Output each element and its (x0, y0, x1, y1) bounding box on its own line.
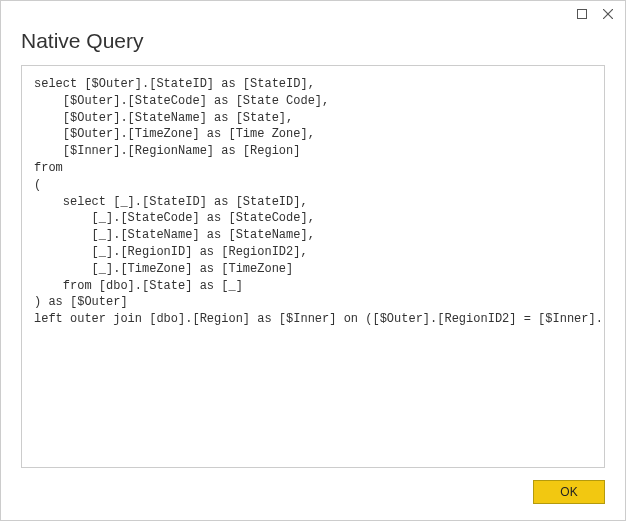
svg-rect-0 (578, 10, 587, 19)
maximize-button[interactable] (569, 4, 595, 24)
maximize-icon (577, 9, 587, 19)
button-row: OK (21, 480, 605, 504)
dialog-title: Native Query (21, 29, 605, 53)
close-button[interactable] (595, 4, 621, 24)
ok-button[interactable]: OK (533, 480, 605, 504)
query-text: select [$Outer].[StateID] as [StateID], … (21, 65, 605, 468)
content-area: Native Query select [$Outer].[StateID] a… (1, 27, 625, 520)
close-icon (603, 9, 613, 19)
titlebar (1, 1, 625, 27)
